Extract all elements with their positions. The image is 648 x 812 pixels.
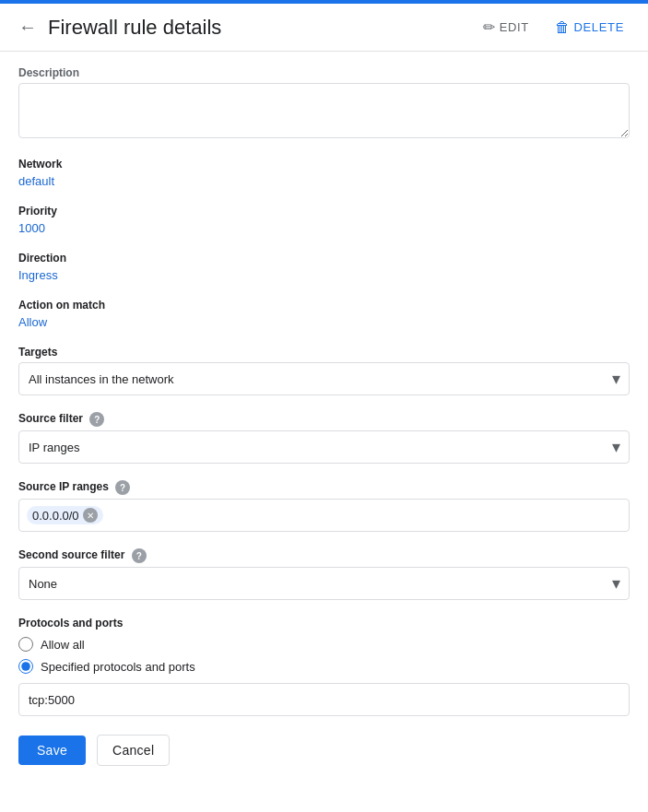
source-filter-field: Source filter ? IP ranges ▾ — [18, 412, 630, 464]
header-actions: ✏ EDIT 🗑 DELETE — [477, 15, 630, 40]
page-title: Firewall rule details — [48, 16, 477, 40]
second-source-help-icon[interactable]: ? — [132, 548, 147, 563]
back-button[interactable]: ← — [18, 17, 37, 38]
description-field: Description — [18, 66, 630, 141]
back-icon: ← — [18, 17, 37, 38]
chip-value: 0.0.0.0/0 — [32, 509, 79, 523]
delete-icon: 🗑 — [555, 19, 571, 36]
save-button[interactable]: Save — [18, 736, 86, 765]
priority-field: Priority 1000 — [18, 205, 630, 235]
network-label: Network — [18, 158, 630, 171]
network-value: default — [18, 174, 54, 188]
source-ip-ranges-field: Source IP ranges ? 0.0.0.0/0 ✕ — [18, 480, 630, 532]
second-source-filter-field: Second source filter ? None ▾ — [18, 548, 630, 600]
allow-all-radio-item[interactable]: Allow all — [18, 637, 630, 652]
protocols-label: Protocols and ports — [18, 617, 630, 630]
direction-value: Ingress — [18, 268, 58, 282]
allow-all-radio[interactable] — [18, 637, 33, 652]
action-field: Action on match Allow — [18, 299, 630, 329]
action-label: Action on match — [18, 299, 630, 312]
source-filter-label: Source filter ? — [18, 412, 630, 427]
source-filter-help-icon[interactable]: ? — [89, 412, 104, 427]
source-ip-ranges-label: Source IP ranges ? — [18, 480, 630, 495]
description-textarea[interactable] — [18, 83, 630, 138]
direction-label: Direction — [18, 252, 630, 265]
specified-protocols-radio[interactable] — [18, 659, 33, 674]
second-source-dropdown-container: None ▾ — [18, 567, 630, 600]
action-value: Allow — [18, 315, 47, 329]
edit-label: EDIT — [500, 20, 529, 34]
targets-label: Targets — [18, 346, 630, 359]
allow-all-label: Allow all — [41, 638, 85, 652]
specified-protocols-radio-item[interactable]: Specified protocols and ports — [18, 659, 630, 674]
targets-dropdown-container: All instances in the network ▾ — [18, 362, 630, 395]
chip-close-button[interactable]: ✕ — [83, 508, 98, 523]
priority-label: Priority — [18, 205, 630, 218]
description-label: Description — [18, 66, 630, 79]
page-header: ← Firewall rule details ✏ EDIT 🗑 DELETE — [0, 4, 648, 52]
source-ip-chip-input[interactable]: 0.0.0.0/0 ✕ — [18, 499, 630, 532]
targets-select[interactable]: All instances in the network — [18, 362, 630, 395]
radio-group: Allow all Specified protocols and ports — [18, 637, 630, 674]
targets-field: Targets All instances in the network ▾ — [18, 346, 630, 395]
second-source-select[interactable]: None — [18, 567, 630, 600]
delete-label: DELETE — [574, 20, 624, 34]
edit-icon: ✏ — [483, 18, 496, 36]
main-content: Description Network default Priority 100… — [0, 52, 648, 784]
form-actions: Save Cancel — [18, 735, 630, 766]
network-field: Network default — [18, 158, 630, 188]
source-ip-help-icon[interactable]: ? — [115, 480, 130, 495]
source-ip-chip: 0.0.0.0/0 ✕ — [27, 506, 103, 524]
priority-value: 1000 — [18, 221, 45, 235]
source-filter-select[interactable]: IP ranges — [18, 430, 630, 464]
second-source-filter-label: Second source filter ? — [18, 548, 630, 563]
edit-button[interactable]: ✏ EDIT — [477, 15, 535, 40]
cancel-button[interactable]: Cancel — [97, 735, 170, 766]
delete-button[interactable]: 🗑 DELETE — [549, 16, 630, 40]
ports-input[interactable] — [18, 683, 630, 716]
direction-field: Direction Ingress — [18, 252, 630, 282]
specified-protocols-label: Specified protocols and ports — [41, 660, 195, 674]
protocols-ports-field: Protocols and ports Allow all Specified … — [18, 617, 630, 716]
source-filter-dropdown-container: IP ranges ▾ — [18, 430, 630, 464]
